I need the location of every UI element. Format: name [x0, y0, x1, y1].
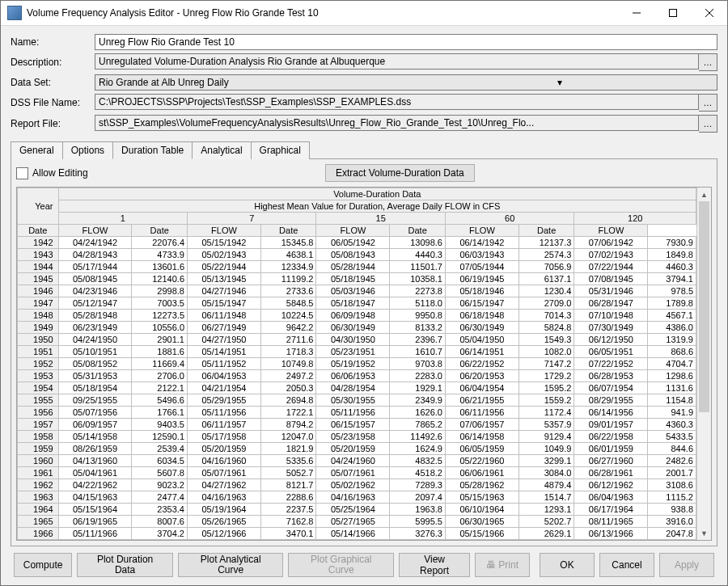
cell-date[interactable]: 04/24/1950 — [58, 334, 132, 346]
cell-date[interactable]: 05/18/1946 — [445, 285, 518, 297]
cell-date[interactable]: 05/11/1956 — [316, 407, 390, 419]
cell-date[interactable]: 06/06/1953 — [316, 370, 390, 382]
cell-date[interactable]: 06/28/1953 — [574, 370, 648, 382]
cell-date[interactable]: 05/18/1947 — [316, 297, 390, 310]
cell-flow[interactable]: 3276.3 — [390, 528, 446, 540]
cell-flow[interactable]: 1722.1 — [260, 407, 316, 419]
cell-flow[interactable]: 3470.1 — [260, 528, 316, 540]
dssfile-browse-button[interactable]: … — [699, 94, 717, 112]
cell-date[interactable]: 06/17/1964 — [574, 504, 648, 516]
cell-flow[interactable]: 868.6 — [648, 346, 696, 358]
cell-year[interactable]: 1951 — [18, 346, 59, 358]
cell-date[interactable]: 08/11/1965 — [574, 516, 648, 528]
cell-date[interactable]: 06/06/1961 — [445, 467, 518, 479]
vertical-scrollbar[interactable]: ▲ ▼ — [696, 188, 711, 540]
cell-flow[interactable]: 3533.9 — [390, 540, 446, 541]
cell-flow[interactable]: 12140.6 — [132, 273, 188, 285]
cell-flow[interactable]: 5335.6 — [260, 455, 316, 467]
cell-flow[interactable]: 9129.4 — [518, 431, 574, 443]
cell-date[interactable]: 04/27/1946 — [188, 285, 261, 297]
cell-flow[interactable]: 1624.9 — [390, 443, 446, 455]
cell-year[interactable]: 1953 — [18, 370, 59, 382]
cell-date[interactable]: 04/16/1960 — [188, 455, 261, 467]
cell-date[interactable]: 05/04/1961 — [58, 467, 132, 479]
cell-flow[interactable]: 1293.1 — [518, 504, 574, 516]
cell-flow[interactable]: 2706.0 — [132, 370, 188, 382]
cell-flow[interactable]: 12590.1 — [132, 431, 188, 443]
cell-flow[interactable]: 11492.6 — [390, 431, 446, 443]
cell-flow[interactable]: 941.9 — [648, 407, 696, 419]
cell-date[interactable]: 07/06/1957 — [445, 419, 518, 431]
cell-date[interactable]: 07/22/1944 — [574, 261, 648, 273]
cell-year[interactable]: 1957 — [18, 419, 59, 431]
cell-date[interactable]: 05/17/1944 — [58, 261, 132, 273]
cell-flow[interactable]: 1154.8 — [648, 394, 696, 407]
cell-date[interactable]: 06/14/1951 — [445, 346, 518, 358]
cell-flow[interactable]: 5052.7 — [260, 467, 316, 479]
cell-flow[interactable]: 8121.7 — [260, 479, 316, 491]
tab-general[interactable]: General — [11, 141, 63, 159]
cell-date[interactable]: 05/02/1962 — [316, 479, 390, 491]
cell-flow[interactable]: 844.6 — [648, 443, 696, 455]
scroll-down-icon[interactable]: ▼ — [697, 526, 711, 540]
cell-date[interactable]: 05/08/1945 — [58, 273, 132, 285]
cell-date[interactable]: 06/30/1949 — [316, 322, 390, 334]
cell-year[interactable]: 1944 — [18, 261, 59, 273]
cell-date[interactable]: 08/10/1967 — [58, 540, 132, 541]
cell-date[interactable]: 07/22/1952 — [574, 358, 648, 370]
cell-flow[interactable]: 1729.2 — [518, 370, 574, 382]
cell-date[interactable]: 05/18/1954 — [58, 382, 132, 394]
cell-flow[interactable]: 10224.5 — [260, 310, 316, 322]
cell-date[interactable]: 06/15/1957 — [316, 419, 390, 431]
cell-flow[interactable]: 12137.3 — [518, 237, 574, 249]
cell-date[interactable]: 04/24/1960 — [316, 455, 390, 467]
scroll-thumb[interactable] — [699, 201, 709, 412]
cell-flow[interactable]: 4440.3 — [390, 249, 446, 261]
cell-date[interactable]: 04/27/1962 — [188, 479, 261, 491]
cell-date[interactable]: 06/11/1948 — [188, 310, 261, 322]
cell-flow[interactable]: 9950.8 — [390, 310, 446, 322]
cell-date[interactable]: 05/20/1959 — [316, 443, 390, 455]
cell-date[interactable]: 06/05/1942 — [316, 237, 390, 249]
cell-date[interactable]: 05/17/1958 — [188, 431, 261, 443]
cell-date[interactable]: 06/22/1958 — [574, 431, 648, 443]
cell-flow[interactable]: 7162.8 — [260, 516, 316, 528]
cell-flow[interactable]: 13098.6 — [390, 237, 446, 249]
cell-date[interactable]: 05/22/1960 — [445, 455, 518, 467]
cell-date[interactable]: 06/12/1962 — [574, 479, 648, 491]
cell-flow[interactable]: 13601.6 — [132, 261, 188, 273]
cell-flow[interactable]: 1559.2 — [518, 394, 574, 407]
cell-date[interactable]: 06/14/1956 — [574, 407, 648, 419]
cell-year[interactable]: 1952 — [18, 358, 59, 370]
cell-date[interactable]: 05/14/1951 — [188, 346, 261, 358]
cell-year[interactable]: 1966 — [18, 528, 59, 540]
maximize-button[interactable] — [654, 2, 691, 25]
cell-flow[interactable]: 1849.8 — [648, 249, 696, 261]
cell-date[interactable]: 05/07/1961 — [188, 467, 261, 479]
cell-date[interactable]: 05/08/1952 — [58, 358, 132, 370]
cell-date[interactable]: 08/16/1967 — [188, 540, 261, 541]
cell-date[interactable]: 05/11/1956 — [188, 407, 261, 419]
cell-flow[interactable]: 1172.4 — [518, 407, 574, 419]
cell-date[interactable]: 06/19/1945 — [445, 273, 518, 285]
cell-date[interactable]: 05/20/1959 — [188, 443, 261, 455]
name-input[interactable] — [95, 34, 717, 50]
cell-year[interactable]: 1948 — [18, 310, 59, 322]
cell-date[interactable]: 05/18/1945 — [316, 273, 390, 285]
cell-flow[interactable]: 5433.5 — [648, 431, 696, 443]
cell-date[interactable]: 08/29/1955 — [574, 394, 648, 407]
cell-date[interactable]: 06/20/1953 — [445, 370, 518, 382]
cell-date[interactable]: 05/31/1953 — [58, 370, 132, 382]
cell-date[interactable]: 06/03/1943 — [445, 249, 518, 261]
cell-flow[interactable]: 10358.1 — [390, 273, 446, 285]
cell-flow[interactable]: 1115.2 — [648, 491, 696, 504]
cell-date[interactable]: 07/05/1944 — [445, 261, 518, 273]
cell-date[interactable]: 06/05/1951 — [574, 346, 648, 358]
cell-year[interactable]: 1965 — [18, 516, 59, 528]
cell-flow[interactable]: 2709.0 — [518, 297, 574, 310]
cell-year[interactable]: 1963 — [18, 491, 59, 504]
plot-analytical-curve-button[interactable]: Plot Analytical Curve — [178, 553, 283, 577]
dataset-combo[interactable]: Rio Grande at Alb Unreg Daily ▾ — [95, 74, 717, 91]
cell-date[interactable]: 09/01/1957 — [574, 419, 648, 431]
cell-year[interactable]: 1960 — [18, 455, 59, 467]
